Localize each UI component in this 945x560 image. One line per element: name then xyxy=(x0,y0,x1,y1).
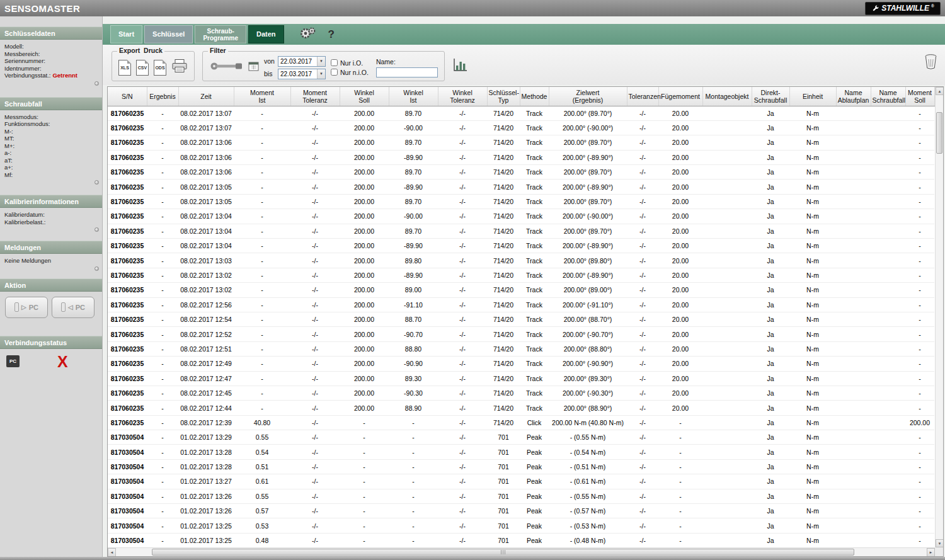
section-collapse-toggle[interactable] xyxy=(94,81,99,86)
column-header[interactable]: Schlüssel- Typ xyxy=(487,87,520,106)
table-row[interactable]: 817060235-08.02.2017 12:45--/-200.00-90.… xyxy=(108,386,934,400)
print-button[interactable] xyxy=(171,59,188,76)
column-header[interactable]: Montageobjekt xyxy=(702,87,752,106)
column-header[interactable]: Fügemoment xyxy=(658,87,702,106)
column-header[interactable]: Direkt- Schraubfall xyxy=(752,87,789,106)
table-row[interactable]: 817030504-01.02.2017 13:260.55-/----/-70… xyxy=(108,489,934,503)
export-xls-button[interactable]: XLS xyxy=(118,60,131,76)
table-row[interactable]: 817060235-08.02.2017 12:3940.80-/----/-7… xyxy=(108,415,934,430)
table-cell: 20.00 xyxy=(658,268,702,282)
table-row[interactable]: 817060235-08.02.2017 13:02--/-200.00-89.… xyxy=(108,268,934,282)
table-row[interactable]: 817030504-01.02.2017 13:290.55-/----/-70… xyxy=(108,430,934,445)
table-row[interactable]: 817030504-01.02.2017 13:260.57-/----/-70… xyxy=(108,504,934,518)
transfer-from-pc-button[interactable]: ◁ PC xyxy=(52,297,94,318)
table-row[interactable]: 817060235-08.02.2017 13:04--/-200.00-89.… xyxy=(108,239,934,253)
table-cell: 0.51 xyxy=(234,459,290,474)
transfer-to-pc-button[interactable]: ▷ PC xyxy=(5,297,48,318)
table-cell: - xyxy=(658,430,702,445)
table-row[interactable]: 817030504-01.02.2017 13:250.48-/----/-70… xyxy=(108,533,934,547)
column-header[interactable]: Moment Ist xyxy=(234,87,290,106)
column-header[interactable]: Zeit xyxy=(178,87,234,106)
column-header[interactable]: Einheit xyxy=(789,87,836,106)
filter-bis-date-select[interactable]: 22.03.2017 ▼ xyxy=(278,69,326,79)
export-csv-button[interactable]: CSV xyxy=(136,60,149,76)
table-cell: -/- xyxy=(290,357,340,371)
statistics-chart-button[interactable] xyxy=(452,57,468,75)
table-cell: - xyxy=(389,504,438,518)
table-row[interactable]: 817060235-08.02.2017 12:51--/-200.0088.8… xyxy=(108,341,934,356)
column-header[interactable]: Toleranzen xyxy=(627,87,658,106)
export-ods-button[interactable]: ODS xyxy=(154,60,166,76)
column-header[interactable]: Winkel Toleranz xyxy=(438,87,487,106)
column-header[interactable]: Moment Toleranz xyxy=(290,87,340,106)
table-cell: 200.00° (89.70°) xyxy=(549,106,627,120)
table-row[interactable]: 817060235-08.02.2017 13:03--/-200.0089.8… xyxy=(108,253,934,268)
filter-name-input[interactable] xyxy=(376,67,438,77)
table-row[interactable]: 817060235-08.02.2017 12:47--/-200.0089.3… xyxy=(108,371,934,386)
table-row[interactable]: 817030504-01.02.2017 13:270.61-/----/-70… xyxy=(108,474,934,489)
scroll-left-button[interactable]: ◄ xyxy=(108,548,116,557)
table-cell: -/- xyxy=(290,518,340,533)
column-header[interactable]: Winkel Soll xyxy=(340,87,389,106)
table-cell: 200.00° (-89.90°) xyxy=(549,239,627,253)
column-header[interactable]: Zielwert (Ergebnis) xyxy=(549,87,627,106)
table-cell: 08.02.2017 12:44 xyxy=(178,401,234,415)
settings-gear-icon[interactable] xyxy=(299,26,316,43)
scroll-right-button[interactable]: ► xyxy=(927,548,935,557)
vertical-scrollbar-thumb[interactable] xyxy=(936,112,942,154)
toolbar: Export Druck XLS CSV ODS Filter xyxy=(103,45,945,85)
table-row[interactable]: 817060235-08.02.2017 13:07--/-200.00-90.… xyxy=(108,120,934,135)
table-cell: Ja xyxy=(752,415,789,430)
table-row[interactable]: 817030504-01.02.2017 13:280.54-/----/-70… xyxy=(108,445,934,459)
table-row[interactable]: 817060235-08.02.2017 13:07--/-200.0089.7… xyxy=(108,106,934,120)
column-header[interactable]: Ergebnis xyxy=(147,87,178,106)
table-row[interactable]: 817030504-01.02.2017 13:280.51-/----/-70… xyxy=(108,459,934,474)
table-row[interactable]: 817030504-01.02.2017 13:250.53-/----/-70… xyxy=(108,518,934,533)
tab-schraub-programme[interactable]: Schraub- Programme xyxy=(195,25,246,43)
scroll-up-button[interactable]: ▲ xyxy=(936,87,944,95)
table-row[interactable]: 817060235-08.02.2017 13:02--/-200.0089.0… xyxy=(108,283,934,297)
vertical-scrollbar[interactable]: ▲ ▼ xyxy=(935,87,943,547)
table-cell: Ja xyxy=(752,268,789,282)
section-collapse-toggle[interactable] xyxy=(94,180,99,185)
table-cell: Ja xyxy=(752,341,789,356)
table-row[interactable]: 817060235-08.02.2017 13:06--/-200.0089.7… xyxy=(108,135,934,150)
delete-trash-button[interactable] xyxy=(924,54,937,72)
table-cell: - (0.57 N-m) xyxy=(549,504,627,518)
table-row[interactable]: 817060235-08.02.2017 12:56--/-200.00-91.… xyxy=(108,297,934,312)
section-header: Schlüsseldaten xyxy=(0,26,102,40)
section-collapse-toggle[interactable] xyxy=(94,266,99,271)
tab-daten[interactable]: Daten xyxy=(248,25,284,43)
table-cell: - xyxy=(234,253,290,268)
calendar-icon[interactable] xyxy=(248,61,259,74)
filter-von-date-select[interactable]: 22.03.2017 ▼ xyxy=(278,56,326,67)
table-row[interactable]: 817060235-08.02.2017 12:44--/-200.0088.9… xyxy=(108,401,934,415)
column-header[interactable]: Name Ablaufplan xyxy=(836,87,871,106)
table-row[interactable]: 817060235-08.02.2017 12:52--/-200.00-90.… xyxy=(108,327,934,341)
horizontal-scrollbar-thumb[interactable] xyxy=(152,549,854,556)
column-header[interactable]: Name Schraubfall xyxy=(871,87,905,106)
table-row[interactable]: 817060235-08.02.2017 13:06--/-200.00-89.… xyxy=(108,150,934,164)
table-cell xyxy=(871,253,905,268)
tab-schluessel[interactable]: Schlüssel xyxy=(144,25,193,43)
table-row[interactable]: 817060235-08.02.2017 13:04--/-200.00-90.… xyxy=(108,209,934,224)
column-header[interactable]: Moment Soll xyxy=(905,87,934,106)
section-collapse-toggle[interactable] xyxy=(94,227,99,232)
filter-nur-io-checkbox[interactable] xyxy=(331,59,338,66)
table-row[interactable]: 817060235-08.02.2017 13:05--/-200.00-89.… xyxy=(108,180,934,194)
table-row[interactable]: 817060235-08.02.2017 13:05--/-200.0089.7… xyxy=(108,194,934,209)
column-header[interactable]: S/N xyxy=(108,87,147,106)
table-row[interactable]: 817060235-08.02.2017 13:04--/-200.0089.7… xyxy=(108,224,934,238)
table-row[interactable]: 817060235-08.02.2017 12:49--/-200.00-90.… xyxy=(108,357,934,371)
horizontal-scrollbar[interactable]: ◄ ► xyxy=(108,547,935,556)
scroll-down-button[interactable]: ▼ xyxy=(936,539,944,547)
table-row[interactable]: 817060235-08.02.2017 13:06--/-200.0089.7… xyxy=(108,165,934,180)
tab-start[interactable]: Start xyxy=(110,25,142,43)
column-header[interactable]: Methode xyxy=(520,87,549,106)
table-cell: 817030504 xyxy=(108,533,147,547)
help-icon[interactable]: ? xyxy=(328,28,335,41)
table-cell: Ja xyxy=(752,297,789,312)
column-header[interactable]: Winkel Ist xyxy=(389,87,438,106)
table-row[interactable]: 817060235-08.02.2017 12:54--/-200.0088.7… xyxy=(108,312,934,326)
filter-nur-nio-checkbox[interactable] xyxy=(331,69,338,76)
